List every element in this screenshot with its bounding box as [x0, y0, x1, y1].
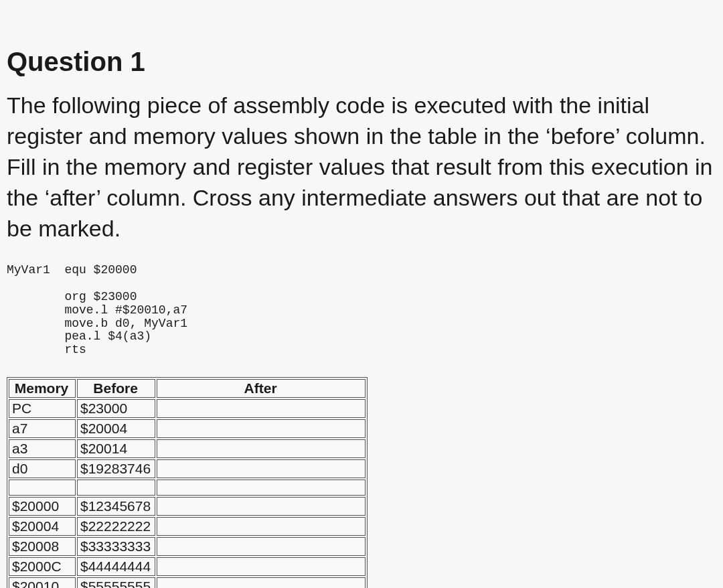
table-spacer-row — [9, 480, 366, 496]
question-prompt: The following piece of assembly code is … — [7, 90, 716, 244]
table-header-after: After — [157, 379, 366, 398]
cell-before: $20004 — [77, 419, 155, 438]
table-row: a3 $20014 — [9, 439, 366, 458]
cell-after[interactable] — [157, 459, 366, 478]
table-row: PC $23000 — [9, 399, 366, 418]
cell-before: $12345678 — [77, 497, 155, 516]
register-memory-table: Memory Before After PC $23000 a7 $20004 … — [7, 377, 368, 588]
cell-memory: a7 — [9, 419, 76, 438]
cell-after[interactable] — [157, 577, 366, 588]
cell-memory: $2000C — [9, 557, 76, 576]
cell-memory: d0 — [9, 459, 76, 478]
cell-empty — [9, 480, 76, 496]
cell-before: $55555555 — [77, 577, 155, 588]
cell-memory: a3 — [9, 439, 76, 458]
cell-after[interactable] — [157, 537, 366, 556]
table-row: $20004 $22222222 — [9, 517, 366, 536]
table-header-memory: Memory — [9, 379, 76, 398]
table-row: $20000 $12345678 — [9, 497, 366, 516]
cell-memory: $20004 — [9, 517, 76, 536]
table-row: $20010 $55555555 — [9, 577, 366, 588]
cell-memory: $20010 — [9, 577, 76, 588]
cell-before: $44444444 — [77, 557, 155, 576]
cell-empty — [157, 480, 366, 496]
cell-after[interactable] — [157, 399, 366, 418]
assembly-code-block: MyVar1 equ $20000 org $23000 move.l #$20… — [7, 264, 716, 357]
cell-empty — [77, 480, 155, 496]
cell-memory: PC — [9, 399, 76, 418]
table-row: a7 $20004 — [9, 419, 366, 438]
cell-memory: $20008 — [9, 537, 76, 556]
question-title: Question 1 — [7, 47, 716, 77]
cell-after[interactable] — [157, 439, 366, 458]
cell-before: $33333333 — [77, 537, 155, 556]
cell-memory: $20000 — [9, 497, 76, 516]
cell-before: $19283746 — [77, 459, 155, 478]
cell-before: $23000 — [77, 399, 155, 418]
table-header-before: Before — [77, 379, 155, 398]
cell-before: $20014 — [77, 439, 155, 458]
cell-after[interactable] — [157, 419, 366, 438]
table-row: $20008 $33333333 — [9, 537, 366, 556]
cell-after[interactable] — [157, 497, 366, 516]
cell-before: $22222222 — [77, 517, 155, 536]
table-row: d0 $19283746 — [9, 459, 366, 478]
cell-after[interactable] — [157, 517, 366, 536]
table-row: $2000C $44444444 — [9, 557, 366, 576]
cell-after[interactable] — [157, 557, 366, 576]
